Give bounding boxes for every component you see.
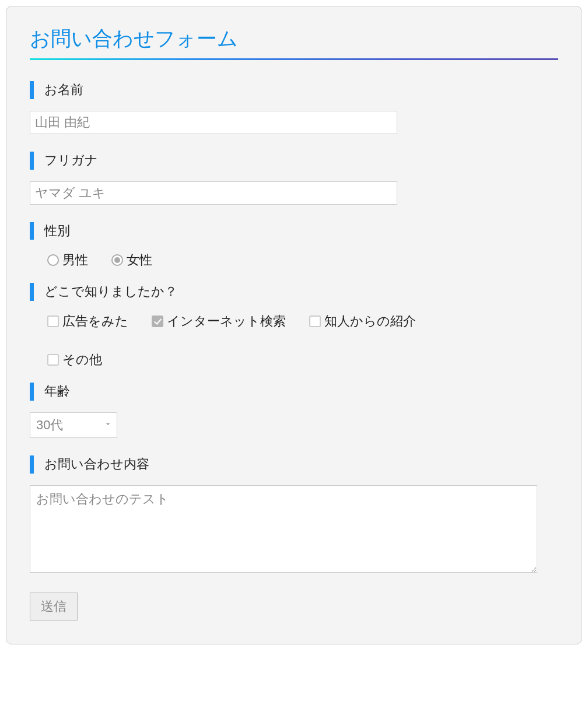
gender-male-label: 男性	[62, 251, 88, 269]
age-group: 年齢 30代	[30, 383, 558, 438]
checkbox-icon	[47, 354, 59, 366]
name-input[interactable]	[30, 111, 397, 134]
message-label: お問い合わせ内容	[30, 455, 558, 474]
source-checkbox-ad[interactable]: 広告をみた	[47, 313, 128, 330]
source-checkbox-other[interactable]: その他	[47, 351, 558, 369]
radio-icon	[47, 254, 59, 266]
gender-radio-female[interactable]: 女性	[111, 251, 152, 269]
kana-group: フリガナ	[30, 152, 558, 205]
source-checkbox-area: 広告をみた インターネット検索 知人からの紹介 その他	[30, 313, 558, 369]
form-title: お問い合わせフォーム	[30, 25, 558, 60]
source-label: どこで知りましたか？	[30, 283, 558, 301]
checkbox-icon	[309, 316, 321, 327]
source-group: どこで知りましたか？ 広告をみた インターネット検索 知人からの紹介 その他	[30, 283, 558, 369]
source-ad-label: 広告をみた	[62, 313, 128, 330]
gender-radio-male[interactable]: 男性	[47, 251, 88, 269]
source-internet-label: インターネット検索	[167, 313, 286, 330]
source-checkbox-internet[interactable]: インターネット検索	[152, 313, 286, 330]
source-other-label: その他	[62, 351, 102, 369]
gender-radio-row: 男性 女性	[30, 251, 558, 269]
checkbox-icon	[152, 316, 163, 327]
kana-input[interactable]	[30, 181, 397, 205]
name-group: お名前	[30, 81, 558, 134]
name-label: お名前	[30, 81, 558, 99]
radio-icon	[111, 254, 123, 266]
gender-group: 性別 男性 女性	[30, 222, 558, 269]
age-select-wrap: 30代	[30, 412, 117, 438]
contact-form-container: お問い合わせフォーム お名前 フリガナ 性別 男性 女性 どこで知りましたか？ …	[6, 6, 582, 644]
kana-label: フリガナ	[30, 152, 558, 170]
source-referral-label: 知人からの紹介	[324, 313, 416, 330]
age-label: 年齢	[30, 383, 558, 401]
source-checkbox-referral[interactable]: 知人からの紹介	[309, 313, 416, 330]
checkbox-icon	[47, 316, 59, 327]
gender-label: 性別	[30, 222, 558, 240]
submit-button[interactable]: 送信	[30, 593, 78, 621]
age-select[interactable]: 30代	[30, 412, 117, 438]
message-textarea[interactable]	[30, 485, 537, 573]
gender-female-label: 女性	[127, 251, 152, 269]
message-group: お問い合わせ内容	[30, 455, 558, 575]
